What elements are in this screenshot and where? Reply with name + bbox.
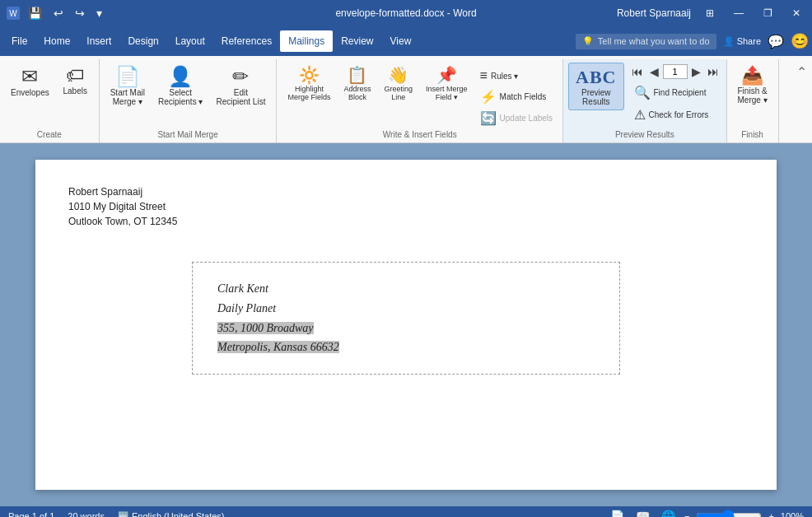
envelopes-icon: ✉ <box>21 67 38 86</box>
ribbon-btn-preview-results[interactable]: ABC PreviewResults <box>568 63 623 110</box>
person-icon: 👤 <box>723 36 735 46</box>
ribbon-btn-labels[interactable]: 🏷 Labels <box>57 63 94 100</box>
ribbon-btn-greeting-line[interactable]: 👋 GreetingLine <box>379 63 419 105</box>
ribbon-btn-select-recipients[interactable]: 👤 SelectRecipients ▾ <box>152 63 208 110</box>
start-mail-merge-icon: 📄 <box>115 67 140 86</box>
ribbon-btn-check-errors[interactable]: ⚠ Check for Errors <box>629 105 721 125</box>
select-recipients-icon: 👤 <box>168 67 193 86</box>
title-bar-left: W 💾 ↩ ↪ ▾ <box>7 5 105 21</box>
minimize-btn[interactable]: — <box>729 6 749 21</box>
title-bar-right: Robert Sparnaaij ⊞ — ❐ ✕ <box>617 6 805 21</box>
ribbon-group-write-insert: 🔆 HighlightMerge Fields 📋 AddressBlock 👋… <box>277 59 563 142</box>
menu-file[interactable]: File <box>3 30 35 52</box>
menu-design[interactable]: Design <box>119 30 166 52</box>
ribbon-btn-finish-merge[interactable]: 📤 Finish &Merge ▾ <box>732 63 773 109</box>
menu-home[interactable]: Home <box>35 30 78 52</box>
ribbon: ✉ Envelopes 🏷 Labels Create 📄 Start Mail… <box>0 56 812 143</box>
finish-merge-icon: 📤 <box>741 67 763 85</box>
destination-address-wrapper: Clark Kent Daily Planet 355, 1000 Broadw… <box>68 262 744 375</box>
status-bar-right: 📄 📖 🌐 − + 100% <box>608 509 804 517</box>
share-btn[interactable]: 👤 Share <box>723 36 761 47</box>
menu-references[interactable]: References <box>213 30 280 52</box>
document-page: Robert Sparnaaij 1010 My Digital Street … <box>35 160 777 490</box>
read-mode-btn[interactable]: 📖 <box>633 509 652 517</box>
restore-btn[interactable]: ❐ <box>758 6 777 21</box>
start-mail-merge-group-label: Start Mail Merge <box>105 128 272 142</box>
comments-btn[interactable]: 💬 <box>768 34 784 49</box>
nav-prev-btn[interactable]: ◀ <box>647 64 661 79</box>
menu-review[interactable]: Review <box>333 30 381 52</box>
menu-mailings[interactable]: Mailings <box>280 30 333 52</box>
return-address-line1: Robert Sparnaaij <box>68 184 744 199</box>
greeting-line-icon: 👋 <box>388 67 408 83</box>
layout-btn[interactable]: ⊞ <box>701 6 719 21</box>
customize-qat-btn[interactable]: ▾ <box>93 5 105 21</box>
zoom-slider[interactable] <box>696 510 762 517</box>
language-icon: 🔤 <box>118 511 129 518</box>
menu-view[interactable]: View <box>382 30 420 52</box>
highlight-icon: 🔆 <box>299 67 320 83</box>
ribbon-btn-match-fields[interactable]: ⚡ Match Fields <box>475 86 558 107</box>
print-layout-view-btn[interactable]: 📄 <box>608 509 627 517</box>
destination-address: Clark Kent Daily Planet 355, 1000 Broadw… <box>217 279 595 357</box>
update-labels-icon: 🔄 <box>480 110 497 126</box>
return-address-line3: Outlook Town, OT 12345 <box>68 214 744 229</box>
web-layout-btn[interactable]: 🌐 <box>659 509 678 517</box>
ribbon-btn-find-recipient[interactable]: 🔍 Find Recipient <box>629 82 721 103</box>
nav-last-btn[interactable]: ⏭ <box>705 64 721 79</box>
document-area: Robert Sparnaaij 1010 My Digital Street … <box>0 143 812 506</box>
emoji-btn[interactable]: 😊 <box>791 32 809 50</box>
labels-icon: 🏷 <box>66 67 84 85</box>
ribbon-group-start-mail-merge: 📄 Start MailMerge ▾ 👤 SelectRecipients ▾… <box>100 59 278 142</box>
preview-results-group-label: Preview Results <box>568 128 721 142</box>
undo-qat-btn[interactable]: ↩ <box>50 5 67 21</box>
ribbon-btn-envelopes[interactable]: ✉ Envelopes <box>5 63 55 101</box>
window-title: envelope-formatted.docx - Word <box>335 7 476 19</box>
ribbon-collapse-btn[interactable]: ⌃ <box>795 63 809 82</box>
title-bar: W 💾 ↩ ↪ ▾ envelope-formatted.docx - Word… <box>0 0 812 26</box>
redo-qat-btn[interactable]: ↪ <box>72 5 88 21</box>
menu-layout[interactable]: Layout <box>167 30 213 52</box>
menu-actions: 👤 Share 💬 😊 <box>723 32 809 50</box>
status-bar: Page 1 of 1 20 words 🔤 English (United S… <box>0 506 812 517</box>
ribbon-btn-highlight-merge-fields[interactable]: 🔆 HighlightMerge Fields <box>282 63 336 105</box>
dest-line3: 355, 1000 Broadway <box>217 319 595 338</box>
ribbon-group-preview-results: ABC PreviewResults ⏮ ◀ ▶ ⏭ 🔍 Find Recipi… <box>563 59 726 142</box>
ribbon-btn-edit-recipient-list[interactable]: ✏ EditRecipient List <box>210 63 271 110</box>
write-insert-group-label: Write & Insert Fields <box>282 128 558 142</box>
create-group-label: Create <box>5 128 94 142</box>
ribbon-btn-insert-merge-field[interactable]: 📌 Insert MergeField ▾ <box>420 63 474 105</box>
check-errors-icon: ⚠ <box>634 107 646 123</box>
preview-results-icon: ABC <box>576 67 616 88</box>
match-fields-icon: ⚡ <box>480 89 497 105</box>
page-info: Page 1 of 1 <box>8 511 54 517</box>
word-icon: W <box>7 7 20 20</box>
ribbon-group-finish: 📤 Finish &Merge ▾ Finish <box>727 59 779 142</box>
preview-nav-controls: ⏮ ◀ ▶ ⏭ 🔍 Find Recipient ⚠ Check for Err… <box>629 64 721 125</box>
return-address-line2: 1010 My Digital Street <box>68 199 744 214</box>
word-count: 20 words <box>68 511 105 517</box>
rules-icon: ≡ <box>480 68 488 83</box>
ribbon-btn-start-mail-merge[interactable]: 📄 Start MailMerge ▾ <box>105 63 151 110</box>
close-btn[interactable]: ✕ <box>787 6 805 21</box>
user-name: Robert Sparnaaij <box>617 7 691 19</box>
dest-line1: Clark Kent <box>217 279 595 299</box>
return-address: Robert Sparnaaij 1010 My Digital Street … <box>68 184 744 229</box>
menu-insert[interactable]: Insert <box>78 30 119 52</box>
nav-page-input[interactable] <box>663 64 688 79</box>
zoom-in-btn[interactable]: + <box>768 511 773 517</box>
lightbulb-icon: 💡 <box>582 36 594 47</box>
finish-group-label: Finish <box>732 128 773 142</box>
ribbon-btn-rules[interactable]: ≡ Rules ▾ <box>475 66 558 86</box>
nav-first-btn[interactable]: ⏮ <box>629 64 646 79</box>
language-indicator[interactable]: 🔤 English (United States) <box>118 511 225 518</box>
zoom-out-btn[interactable]: − <box>684 511 689 517</box>
ribbon-btn-address-block[interactable]: 📋 AddressBlock <box>338 63 376 105</box>
nav-next-btn[interactable]: ▶ <box>689 64 703 79</box>
ribbon-btn-update-labels[interactable]: 🔄 Update Labels <box>475 108 558 128</box>
save-qat-btn[interactable]: 💾 <box>25 5 45 21</box>
menu-bar: File Home Insert Design Layout Reference… <box>0 26 812 56</box>
destination-address-box: Clark Kent Daily Planet 355, 1000 Broadw… <box>192 262 620 375</box>
menu-search[interactable]: 💡 Tell me what you want to do <box>576 34 716 49</box>
find-recipient-icon: 🔍 <box>634 85 651 100</box>
